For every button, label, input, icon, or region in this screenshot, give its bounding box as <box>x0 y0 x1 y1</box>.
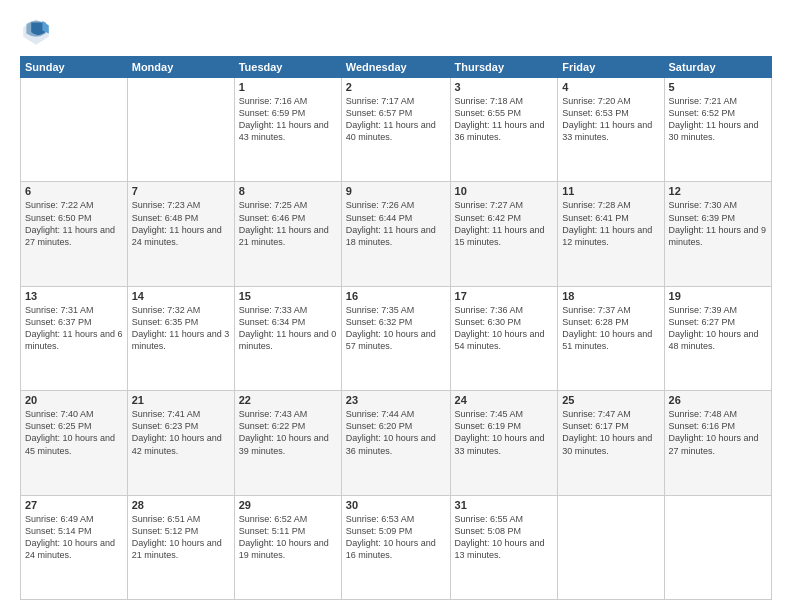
calendar-header: SundayMondayTuesdayWednesdayThursdayFrid… <box>21 57 772 78</box>
calendar-cell: 2Sunrise: 7:17 AM Sunset: 6:57 PM Daylig… <box>341 78 450 182</box>
day-number: 15 <box>239 290 337 302</box>
day-content: Sunrise: 6:52 AM Sunset: 5:11 PM Dayligh… <box>239 513 337 562</box>
calendar-cell <box>127 78 234 182</box>
logo <box>20 16 56 48</box>
day-number: 2 <box>346 81 446 93</box>
day-content: Sunrise: 7:39 AM Sunset: 6:27 PM Dayligh… <box>669 304 767 353</box>
calendar-cell: 6Sunrise: 7:22 AM Sunset: 6:50 PM Daylig… <box>21 182 128 286</box>
calendar-table: SundayMondayTuesdayWednesdayThursdayFrid… <box>20 56 772 600</box>
day-content: Sunrise: 7:21 AM Sunset: 6:52 PM Dayligh… <box>669 95 767 144</box>
day-content: Sunrise: 6:55 AM Sunset: 5:08 PM Dayligh… <box>455 513 554 562</box>
day-number: 26 <box>669 394 767 406</box>
calendar-week-row: 1Sunrise: 7:16 AM Sunset: 6:59 PM Daylig… <box>21 78 772 182</box>
calendar-cell: 15Sunrise: 7:33 AM Sunset: 6:34 PM Dayli… <box>234 286 341 390</box>
day-content: Sunrise: 7:25 AM Sunset: 6:46 PM Dayligh… <box>239 199 337 248</box>
weekday-header-friday: Friday <box>558 57 664 78</box>
day-number: 12 <box>669 185 767 197</box>
calendar-cell: 4Sunrise: 7:20 AM Sunset: 6:53 PM Daylig… <box>558 78 664 182</box>
weekday-header-saturday: Saturday <box>664 57 771 78</box>
day-content: Sunrise: 7:27 AM Sunset: 6:42 PM Dayligh… <box>455 199 554 248</box>
calendar-cell: 12Sunrise: 7:30 AM Sunset: 6:39 PM Dayli… <box>664 182 771 286</box>
calendar-week-row: 13Sunrise: 7:31 AM Sunset: 6:37 PM Dayli… <box>21 286 772 390</box>
calendar-cell: 24Sunrise: 7:45 AM Sunset: 6:19 PM Dayli… <box>450 391 558 495</box>
day-number: 21 <box>132 394 230 406</box>
calendar-cell: 29Sunrise: 6:52 AM Sunset: 5:11 PM Dayli… <box>234 495 341 599</box>
calendar-cell: 19Sunrise: 7:39 AM Sunset: 6:27 PM Dayli… <box>664 286 771 390</box>
day-content: Sunrise: 7:44 AM Sunset: 6:20 PM Dayligh… <box>346 408 446 457</box>
header <box>20 16 772 48</box>
day-number: 18 <box>562 290 659 302</box>
day-number: 28 <box>132 499 230 511</box>
day-content: Sunrise: 7:23 AM Sunset: 6:48 PM Dayligh… <box>132 199 230 248</box>
day-number: 16 <box>346 290 446 302</box>
calendar-cell: 13Sunrise: 7:31 AM Sunset: 6:37 PM Dayli… <box>21 286 128 390</box>
day-content: Sunrise: 7:43 AM Sunset: 6:22 PM Dayligh… <box>239 408 337 457</box>
calendar-body: 1Sunrise: 7:16 AM Sunset: 6:59 PM Daylig… <box>21 78 772 600</box>
calendar-cell: 8Sunrise: 7:25 AM Sunset: 6:46 PM Daylig… <box>234 182 341 286</box>
day-content: Sunrise: 7:47 AM Sunset: 6:17 PM Dayligh… <box>562 408 659 457</box>
day-number: 9 <box>346 185 446 197</box>
weekday-header-thursday: Thursday <box>450 57 558 78</box>
calendar-cell: 9Sunrise: 7:26 AM Sunset: 6:44 PM Daylig… <box>341 182 450 286</box>
calendar-cell: 7Sunrise: 7:23 AM Sunset: 6:48 PM Daylig… <box>127 182 234 286</box>
day-number: 4 <box>562 81 659 93</box>
day-number: 6 <box>25 185 123 197</box>
day-number: 11 <box>562 185 659 197</box>
day-content: Sunrise: 6:53 AM Sunset: 5:09 PM Dayligh… <box>346 513 446 562</box>
day-number: 17 <box>455 290 554 302</box>
calendar-cell <box>664 495 771 599</box>
day-number: 1 <box>239 81 337 93</box>
day-number: 14 <box>132 290 230 302</box>
day-content: Sunrise: 7:31 AM Sunset: 6:37 PM Dayligh… <box>25 304 123 353</box>
weekday-header-sunday: Sunday <box>21 57 128 78</box>
calendar-cell: 17Sunrise: 7:36 AM Sunset: 6:30 PM Dayli… <box>450 286 558 390</box>
day-content: Sunrise: 6:49 AM Sunset: 5:14 PM Dayligh… <box>25 513 123 562</box>
day-content: Sunrise: 7:18 AM Sunset: 6:55 PM Dayligh… <box>455 95 554 144</box>
calendar-cell: 27Sunrise: 6:49 AM Sunset: 5:14 PM Dayli… <box>21 495 128 599</box>
calendar-week-row: 27Sunrise: 6:49 AM Sunset: 5:14 PM Dayli… <box>21 495 772 599</box>
day-number: 19 <box>669 290 767 302</box>
calendar-cell: 31Sunrise: 6:55 AM Sunset: 5:08 PM Dayli… <box>450 495 558 599</box>
day-content: Sunrise: 6:51 AM Sunset: 5:12 PM Dayligh… <box>132 513 230 562</box>
day-number: 13 <box>25 290 123 302</box>
calendar-cell: 22Sunrise: 7:43 AM Sunset: 6:22 PM Dayli… <box>234 391 341 495</box>
day-content: Sunrise: 7:32 AM Sunset: 6:35 PM Dayligh… <box>132 304 230 353</box>
day-content: Sunrise: 7:36 AM Sunset: 6:30 PM Dayligh… <box>455 304 554 353</box>
calendar-cell: 21Sunrise: 7:41 AM Sunset: 6:23 PM Dayli… <box>127 391 234 495</box>
day-content: Sunrise: 7:48 AM Sunset: 6:16 PM Dayligh… <box>669 408 767 457</box>
calendar-cell: 23Sunrise: 7:44 AM Sunset: 6:20 PM Dayli… <box>341 391 450 495</box>
day-number: 24 <box>455 394 554 406</box>
day-number: 23 <box>346 394 446 406</box>
day-number: 25 <box>562 394 659 406</box>
calendar-week-row: 6Sunrise: 7:22 AM Sunset: 6:50 PM Daylig… <box>21 182 772 286</box>
calendar-cell: 1Sunrise: 7:16 AM Sunset: 6:59 PM Daylig… <box>234 78 341 182</box>
day-content: Sunrise: 7:40 AM Sunset: 6:25 PM Dayligh… <box>25 408 123 457</box>
weekday-header-monday: Monday <box>127 57 234 78</box>
day-number: 8 <box>239 185 337 197</box>
weekday-header-wednesday: Wednesday <box>341 57 450 78</box>
calendar-cell: 5Sunrise: 7:21 AM Sunset: 6:52 PM Daylig… <box>664 78 771 182</box>
day-number: 30 <box>346 499 446 511</box>
page: SundayMondayTuesdayWednesdayThursdayFrid… <box>0 0 792 612</box>
day-number: 7 <box>132 185 230 197</box>
day-number: 20 <box>25 394 123 406</box>
day-number: 22 <box>239 394 337 406</box>
calendar-cell: 14Sunrise: 7:32 AM Sunset: 6:35 PM Dayli… <box>127 286 234 390</box>
calendar-cell: 11Sunrise: 7:28 AM Sunset: 6:41 PM Dayli… <box>558 182 664 286</box>
day-number: 5 <box>669 81 767 93</box>
day-content: Sunrise: 7:33 AM Sunset: 6:34 PM Dayligh… <box>239 304 337 353</box>
calendar-cell: 25Sunrise: 7:47 AM Sunset: 6:17 PM Dayli… <box>558 391 664 495</box>
day-content: Sunrise: 7:17 AM Sunset: 6:57 PM Dayligh… <box>346 95 446 144</box>
logo-icon <box>20 16 52 48</box>
day-content: Sunrise: 7:26 AM Sunset: 6:44 PM Dayligh… <box>346 199 446 248</box>
day-content: Sunrise: 7:41 AM Sunset: 6:23 PM Dayligh… <box>132 408 230 457</box>
day-content: Sunrise: 7:20 AM Sunset: 6:53 PM Dayligh… <box>562 95 659 144</box>
calendar-cell: 16Sunrise: 7:35 AM Sunset: 6:32 PM Dayli… <box>341 286 450 390</box>
day-content: Sunrise: 7:22 AM Sunset: 6:50 PM Dayligh… <box>25 199 123 248</box>
calendar-cell: 28Sunrise: 6:51 AM Sunset: 5:12 PM Dayli… <box>127 495 234 599</box>
day-content: Sunrise: 7:45 AM Sunset: 6:19 PM Dayligh… <box>455 408 554 457</box>
calendar-cell <box>21 78 128 182</box>
day-content: Sunrise: 7:30 AM Sunset: 6:39 PM Dayligh… <box>669 199 767 248</box>
day-number: 3 <box>455 81 554 93</box>
day-number: 10 <box>455 185 554 197</box>
